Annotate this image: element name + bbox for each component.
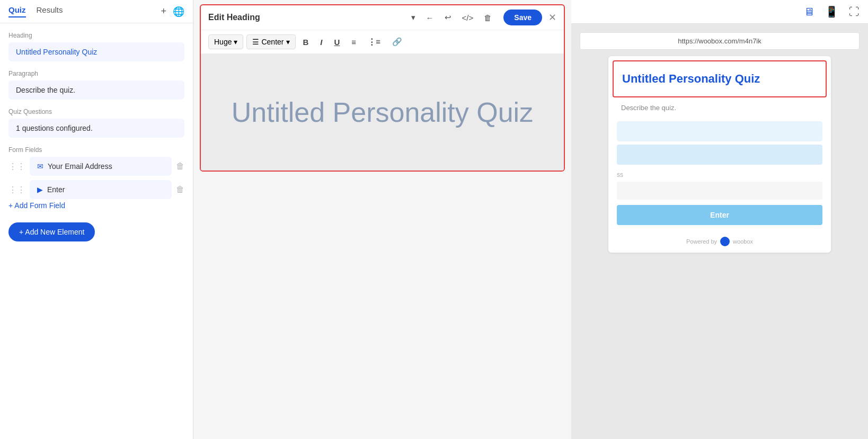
add-form-field-link[interactable]: + Add Form Field [8, 201, 184, 210]
font-size-label: Huge [214, 38, 232, 46]
quiz-questions-field[interactable]: 1 questions configured. [8, 119, 184, 138]
mobile-device-icon[interactable]: 📱 [825, 5, 838, 18]
form-fields-list: ⋮⋮ ✉ Your Email Address 🗑 ⋮⋮ ▶ Enter 🗑 [8, 157, 184, 199]
preview-enter-button[interactable]: Enter [617, 205, 822, 225]
heading-label: Heading [8, 32, 184, 39]
italic-button[interactable]: I [316, 35, 326, 49]
email-icon: ✉ [37, 162, 43, 171]
drag-handle-enter[interactable]: ⋮⋮ [8, 185, 25, 195]
font-size-select[interactable]: Huge ▾ [208, 34, 243, 49]
woobox-label: woobox [733, 238, 753, 245]
globe-icon[interactable]: 🌐 [173, 6, 184, 17]
edit-heading-content[interactable]: Untitled Personality Quiz [201, 54, 564, 171]
expand-device-icon[interactable]: ⛶ [849, 6, 860, 18]
align-icon: ☰ [252, 38, 259, 46]
woobox-logo-icon [720, 237, 730, 246]
heading-section: Heading Untitled Personality Quiz [8, 32, 184, 61]
quiz-questions-label: Quiz Questions [8, 108, 184, 115]
tab-quiz[interactable]: Quiz [8, 5, 26, 17]
bold-button[interactable]: B [299, 35, 313, 49]
drag-handle-email[interactable]: ⋮⋮ [8, 162, 25, 172]
ordered-list-button[interactable]: ⋮≡ [364, 34, 385, 49]
preview-panel: 🖥 📱 ⛶ https://woobox.com/m4n7ik Untitled… [571, 0, 868, 439]
preview-heading-text: Untitled Personality Quiz [622, 72, 817, 86]
form-field-enter[interactable]: ▶ Enter [30, 180, 172, 199]
font-size-chevron: ▾ [234, 38, 237, 46]
sidebar: Quiz Results + 🌐 Heading Untitled Person… [0, 0, 193, 439]
align-select[interactable]: ☰ Center ▾ [246, 34, 295, 49]
form-fields-label: Form Fields [8, 146, 184, 154]
sidebar-header: Quiz Results + 🌐 [0, 0, 193, 23]
preview-input-field-1[interactable] [617, 121, 822, 141]
enter-icon: ▶ [37, 185, 43, 194]
underline-button[interactable]: U [330, 35, 344, 49]
form-field-item-enter: ⋮⋮ ▶ Enter 🗑 [8, 180, 184, 199]
save-button[interactable]: Save [503, 10, 542, 25]
undo-icon[interactable]: ↩ [441, 11, 455, 24]
edit-heading-toolbar: Edit Heading ▾ ← ↩ </> 🗑 Save ✕ [201, 5, 564, 30]
preview-top-bar: 🖥 📱 ⛶ [571, 0, 868, 24]
delete-email-icon[interactable]: 🗑 [176, 162, 184, 171]
preview-url-bar: https://woobox.com/m4n7ik [580, 32, 860, 50]
trash-icon[interactable]: 🗑 [481, 11, 495, 24]
link-button[interactable]: 🔗 [388, 34, 406, 49]
align-chevron: ▾ [286, 38, 290, 46]
dropdown-icon[interactable]: ▾ [408, 11, 419, 24]
desktop-device-icon[interactable]: 🖥 [804, 6, 814, 18]
paragraph-field[interactable]: Describe the quiz. [8, 80, 184, 100]
paragraph-label: Paragraph [8, 70, 184, 77]
preview-powered-by: Powered by woobox [608, 230, 831, 253]
arrow-left-icon[interactable]: ← [423, 11, 437, 24]
preview-card: Untitled Personality Quiz Describe the q… [608, 56, 831, 253]
paragraph-section: Paragraph Describe the quiz. [8, 70, 184, 100]
align-label: Center [261, 38, 284, 46]
email-field-label: Your Email Address [48, 162, 112, 171]
edit-heading-title: Edit Heading [208, 13, 404, 22]
form-field-email[interactable]: ✉ Your Email Address [30, 157, 172, 176]
quiz-questions-section: Quiz Questions 1 questions configured. [8, 108, 184, 138]
format-toolbar: Huge ▾ ☰ Center ▾ B I U ≡ ⋮≡ 🔗 [201, 30, 564, 54]
sidebar-content: Heading Untitled Personality Quiz Paragr… [0, 23, 193, 439]
tab-results[interactable]: Results [37, 5, 63, 17]
plus-icon[interactable]: + [161, 6, 166, 17]
code-icon[interactable]: </> [459, 11, 477, 24]
unordered-list-button[interactable]: ≡ [347, 35, 360, 49]
form-field-item-email: ⋮⋮ ✉ Your Email Address 🗑 [8, 157, 184, 176]
preview-content: https://woobox.com/m4n7ik Untitled Perso… [571, 24, 868, 439]
delete-enter-icon[interactable]: 🗑 [176, 185, 184, 194]
heading-field[interactable]: Untitled Personality Quiz [8, 42, 184, 61]
edit-heading-panel: Edit Heading ▾ ← ↩ </> 🗑 Save ✕ Huge ▾ ☰… [200, 4, 565, 172]
main-center: Edit Heading ▾ ← ↩ </> 🗑 Save ✕ Huge ▾ ☰… [193, 0, 571, 439]
enter-field-label: Enter [47, 185, 65, 194]
sidebar-header-icons: + 🌐 [161, 6, 184, 17]
powered-by-text: Powered by [686, 238, 717, 245]
preview-paragraph: Describe the quiz. [608, 102, 831, 118]
close-button[interactable]: ✕ [548, 12, 556, 23]
preview-small-text: ss [608, 168, 831, 180]
form-fields-section: Form Fields ⋮⋮ ✉ Your Email Address 🗑 ⋮⋮… [8, 146, 184, 210]
preview-text-input[interactable] [617, 182, 822, 200]
preview-heading-box[interactable]: Untitled Personality Quiz [613, 60, 827, 97]
add-new-element-button[interactable]: + Add New Element [8, 222, 95, 241]
preview-input-field-2[interactable] [617, 145, 822, 165]
